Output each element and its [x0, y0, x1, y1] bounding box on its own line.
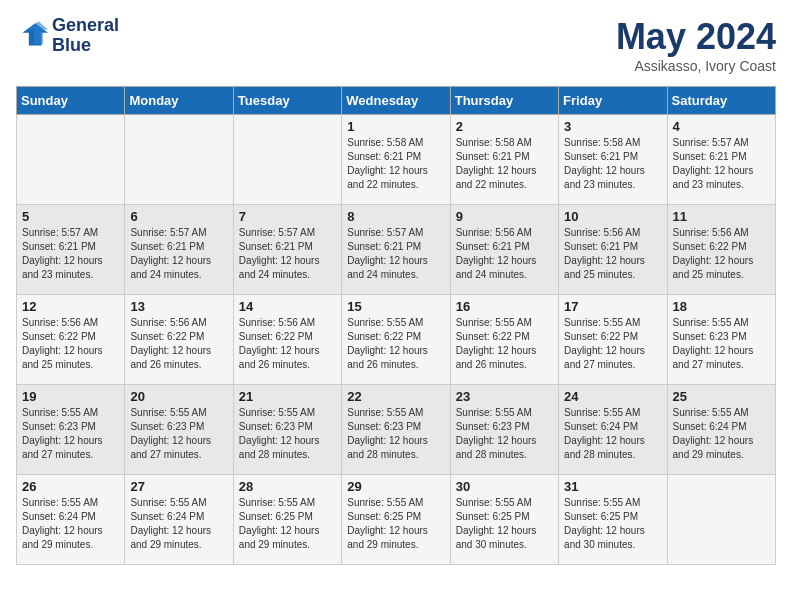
day-number: 11 — [673, 209, 770, 224]
day-number: 5 — [22, 209, 119, 224]
calendar-cell: 8Sunrise: 5:57 AM Sunset: 6:21 PM Daylig… — [342, 205, 450, 295]
calendar-week-4: 19Sunrise: 5:55 AM Sunset: 6:23 PM Dayli… — [17, 385, 776, 475]
logo: General Blue — [16, 16, 119, 56]
cell-info: Sunrise: 5:55 AM Sunset: 6:23 PM Dayligh… — [347, 406, 444, 462]
calendar-cell: 5Sunrise: 5:57 AM Sunset: 6:21 PM Daylig… — [17, 205, 125, 295]
calendar-cell: 2Sunrise: 5:58 AM Sunset: 6:21 PM Daylig… — [450, 115, 558, 205]
location: Assikasso, Ivory Coast — [616, 58, 776, 74]
day-number: 18 — [673, 299, 770, 314]
weekday-header-tuesday: Tuesday — [233, 87, 341, 115]
weekday-header-sunday: Sunday — [17, 87, 125, 115]
cell-info: Sunrise: 5:55 AM Sunset: 6:22 PM Dayligh… — [347, 316, 444, 372]
weekday-header-thursday: Thursday — [450, 87, 558, 115]
day-number: 9 — [456, 209, 553, 224]
calendar-cell: 1Sunrise: 5:58 AM Sunset: 6:21 PM Daylig… — [342, 115, 450, 205]
day-number: 1 — [347, 119, 444, 134]
weekday-header-friday: Friday — [559, 87, 667, 115]
calendar-cell: 25Sunrise: 5:55 AM Sunset: 6:24 PM Dayli… — [667, 385, 775, 475]
cell-info: Sunrise: 5:55 AM Sunset: 6:23 PM Dayligh… — [673, 316, 770, 372]
cell-info: Sunrise: 5:58 AM Sunset: 6:21 PM Dayligh… — [564, 136, 661, 192]
cell-info: Sunrise: 5:55 AM Sunset: 6:24 PM Dayligh… — [22, 496, 119, 552]
day-number: 2 — [456, 119, 553, 134]
calendar-cell: 23Sunrise: 5:55 AM Sunset: 6:23 PM Dayli… — [450, 385, 558, 475]
calendar-cell: 20Sunrise: 5:55 AM Sunset: 6:23 PM Dayli… — [125, 385, 233, 475]
calendar-cell: 27Sunrise: 5:55 AM Sunset: 6:24 PM Dayli… — [125, 475, 233, 565]
calendar-cell: 4Sunrise: 5:57 AM Sunset: 6:21 PM Daylig… — [667, 115, 775, 205]
day-number: 10 — [564, 209, 661, 224]
cell-info: Sunrise: 5:55 AM Sunset: 6:22 PM Dayligh… — [456, 316, 553, 372]
calendar-cell: 31Sunrise: 5:55 AM Sunset: 6:25 PM Dayli… — [559, 475, 667, 565]
day-number: 31 — [564, 479, 661, 494]
cell-info: Sunrise: 5:55 AM Sunset: 6:22 PM Dayligh… — [564, 316, 661, 372]
calendar-table: SundayMondayTuesdayWednesdayThursdayFrid… — [16, 86, 776, 565]
calendar-cell: 19Sunrise: 5:55 AM Sunset: 6:23 PM Dayli… — [17, 385, 125, 475]
calendar-week-3: 12Sunrise: 5:56 AM Sunset: 6:22 PM Dayli… — [17, 295, 776, 385]
weekday-row: SundayMondayTuesdayWednesdayThursdayFrid… — [17, 87, 776, 115]
calendar-week-5: 26Sunrise: 5:55 AM Sunset: 6:24 PM Dayli… — [17, 475, 776, 565]
month-title: May 2024 — [616, 16, 776, 58]
cell-info: Sunrise: 5:58 AM Sunset: 6:21 PM Dayligh… — [347, 136, 444, 192]
cell-info: Sunrise: 5:56 AM Sunset: 6:22 PM Dayligh… — [22, 316, 119, 372]
calendar-cell — [17, 115, 125, 205]
weekday-header-wednesday: Wednesday — [342, 87, 450, 115]
calendar-cell: 18Sunrise: 5:55 AM Sunset: 6:23 PM Dayli… — [667, 295, 775, 385]
calendar-cell: 22Sunrise: 5:55 AM Sunset: 6:23 PM Dayli… — [342, 385, 450, 475]
title-area: May 2024 Assikasso, Ivory Coast — [616, 16, 776, 74]
day-number: 16 — [456, 299, 553, 314]
calendar-cell: 10Sunrise: 5:56 AM Sunset: 6:21 PM Dayli… — [559, 205, 667, 295]
cell-info: Sunrise: 5:56 AM Sunset: 6:22 PM Dayligh… — [239, 316, 336, 372]
calendar-cell: 26Sunrise: 5:55 AM Sunset: 6:24 PM Dayli… — [17, 475, 125, 565]
cell-info: Sunrise: 5:55 AM Sunset: 6:24 PM Dayligh… — [564, 406, 661, 462]
day-number: 4 — [673, 119, 770, 134]
cell-info: Sunrise: 5:58 AM Sunset: 6:21 PM Dayligh… — [456, 136, 553, 192]
calendar-header: SundayMondayTuesdayWednesdayThursdayFrid… — [17, 87, 776, 115]
cell-info: Sunrise: 5:57 AM Sunset: 6:21 PM Dayligh… — [673, 136, 770, 192]
calendar-week-1: 1Sunrise: 5:58 AM Sunset: 6:21 PM Daylig… — [17, 115, 776, 205]
logo-icon — [16, 20, 48, 52]
cell-info: Sunrise: 5:55 AM Sunset: 6:23 PM Dayligh… — [130, 406, 227, 462]
day-number: 17 — [564, 299, 661, 314]
calendar-cell: 24Sunrise: 5:55 AM Sunset: 6:24 PM Dayli… — [559, 385, 667, 475]
day-number: 8 — [347, 209, 444, 224]
day-number: 6 — [130, 209, 227, 224]
cell-info: Sunrise: 5:56 AM Sunset: 6:21 PM Dayligh… — [456, 226, 553, 282]
day-number: 21 — [239, 389, 336, 404]
cell-info: Sunrise: 5:55 AM Sunset: 6:25 PM Dayligh… — [456, 496, 553, 552]
calendar-cell: 14Sunrise: 5:56 AM Sunset: 6:22 PM Dayli… — [233, 295, 341, 385]
calendar-cell: 11Sunrise: 5:56 AM Sunset: 6:22 PM Dayli… — [667, 205, 775, 295]
day-number: 26 — [22, 479, 119, 494]
calendar-cell: 15Sunrise: 5:55 AM Sunset: 6:22 PM Dayli… — [342, 295, 450, 385]
day-number: 7 — [239, 209, 336, 224]
day-number: 13 — [130, 299, 227, 314]
cell-info: Sunrise: 5:55 AM Sunset: 6:24 PM Dayligh… — [673, 406, 770, 462]
day-number: 12 — [22, 299, 119, 314]
cell-info: Sunrise: 5:55 AM Sunset: 6:23 PM Dayligh… — [456, 406, 553, 462]
day-number: 24 — [564, 389, 661, 404]
day-number: 15 — [347, 299, 444, 314]
day-number: 30 — [456, 479, 553, 494]
calendar-cell: 28Sunrise: 5:55 AM Sunset: 6:25 PM Dayli… — [233, 475, 341, 565]
cell-info: Sunrise: 5:55 AM Sunset: 6:25 PM Dayligh… — [347, 496, 444, 552]
day-number: 14 — [239, 299, 336, 314]
calendar-cell: 17Sunrise: 5:55 AM Sunset: 6:22 PM Dayli… — [559, 295, 667, 385]
weekday-header-saturday: Saturday — [667, 87, 775, 115]
calendar-cell: 9Sunrise: 5:56 AM Sunset: 6:21 PM Daylig… — [450, 205, 558, 295]
calendar-cell — [667, 475, 775, 565]
calendar-cell: 16Sunrise: 5:55 AM Sunset: 6:22 PM Dayli… — [450, 295, 558, 385]
day-number: 3 — [564, 119, 661, 134]
day-number: 29 — [347, 479, 444, 494]
cell-info: Sunrise: 5:56 AM Sunset: 6:22 PM Dayligh… — [673, 226, 770, 282]
calendar-cell: 30Sunrise: 5:55 AM Sunset: 6:25 PM Dayli… — [450, 475, 558, 565]
calendar-body: 1Sunrise: 5:58 AM Sunset: 6:21 PM Daylig… — [17, 115, 776, 565]
cell-info: Sunrise: 5:56 AM Sunset: 6:22 PM Dayligh… — [130, 316, 227, 372]
cell-info: Sunrise: 5:55 AM Sunset: 6:23 PM Dayligh… — [239, 406, 336, 462]
day-number: 28 — [239, 479, 336, 494]
calendar-cell: 12Sunrise: 5:56 AM Sunset: 6:22 PM Dayli… — [17, 295, 125, 385]
day-number: 19 — [22, 389, 119, 404]
weekday-header-monday: Monday — [125, 87, 233, 115]
cell-info: Sunrise: 5:57 AM Sunset: 6:21 PM Dayligh… — [239, 226, 336, 282]
calendar-cell — [233, 115, 341, 205]
day-number: 25 — [673, 389, 770, 404]
calendar-cell: 21Sunrise: 5:55 AM Sunset: 6:23 PM Dayli… — [233, 385, 341, 475]
calendar-cell: 29Sunrise: 5:55 AM Sunset: 6:25 PM Dayli… — [342, 475, 450, 565]
